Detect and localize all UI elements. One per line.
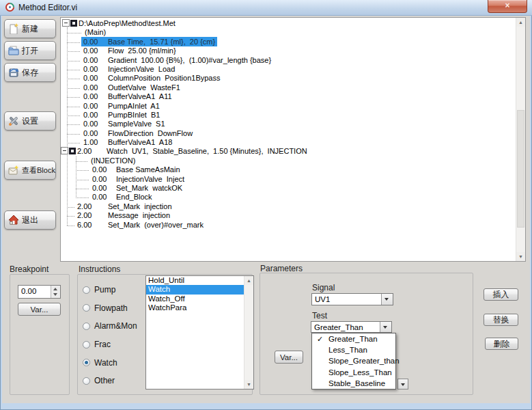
tree-row-text: Set_Mark watckOK	[116, 184, 182, 192]
tree-row[interactable]: D:\AutoPrep\Method\test.Met	[61, 19, 516, 28]
save-button-label: 保存	[22, 67, 38, 79]
tree-row[interactable]: 0.00FlowDirection DownFlow	[61, 129, 516, 138]
tree-row[interactable]: 2.00Message injection	[61, 211, 516, 220]
tree-row[interactable]: 0.00SampleValve S1	[61, 120, 516, 128]
new-button[interactable]: 新建	[4, 19, 56, 38]
radio-frac[interactable]: Frac	[83, 336, 137, 354]
radio-pump[interactable]: Pump	[83, 281, 137, 299]
radio-icon[interactable]	[83, 286, 90, 294]
breakpoint-label: Breakpoint	[10, 264, 48, 274]
collapse-icon[interactable]	[61, 147, 68, 154]
settings-button[interactable]: 设置	[4, 111, 56, 131]
radio-flowpath[interactable]: Flowpath	[83, 299, 137, 318]
tree-row-text: InjectionValve Load	[108, 65, 175, 73]
tree-row[interactable]: 0.00Set_Mark watckOK	[61, 184, 516, 193]
combo-arrow-icon[interactable]	[381, 294, 393, 305]
breakpoint-spinner[interactable]: 0.00	[18, 285, 61, 299]
tree-row-content: 0.00ColumnPosition Position1Bypass	[83, 74, 220, 82]
spinner-arrows[interactable]	[51, 286, 60, 298]
tree-row[interactable]: 0.00OutletValve WasteF1	[61, 83, 516, 92]
title-bar[interactable]: Method Editor.vi ×	[0, 0, 532, 16]
radio-icon[interactable]	[83, 377, 90, 385]
tree-row-content: 1.00BufferValveA1 A18	[83, 138, 172, 146]
signal-combobox[interactable]: UV1	[311, 293, 393, 305]
list-item[interactable]: WatchPara	[146, 303, 244, 312]
spin-up-icon[interactable]	[53, 288, 57, 290]
tree-row[interactable]: 0.00InjectionValve Inject	[61, 175, 516, 184]
view-block-button-label: 查看Block	[22, 165, 55, 176]
tree-row-text: PumpBInlet B1	[108, 111, 160, 119]
menu-item[interactable]: Stable_Baseline	[312, 378, 395, 389]
replace-button[interactable]: 替换	[484, 314, 518, 326]
tree-scrollbar[interactable]: ▲ ▼	[516, 18, 525, 261]
list-item[interactable]: Watch	[146, 285, 244, 294]
insert-button[interactable]: 插入	[484, 288, 518, 301]
menu-item[interactable]: Slope_Less_Than	[312, 367, 395, 378]
tree-row[interactable]: 0.00ColumnPosition Position1Bypass	[61, 74, 516, 83]
instruction-listbox[interactable]: Hold_UntilWatchWatch_OffWatchPara ▲ ▼	[145, 275, 254, 390]
test-label: Test	[312, 311, 327, 320]
open-button[interactable]: 打开	[4, 41, 56, 60]
tree-row[interactable]: 0.00Gradient 100.00 {B%}, (1.00)#var_len…	[61, 56, 516, 65]
close-button[interactable]: ×	[488, 0, 527, 13]
radio-icon[interactable]	[83, 323, 90, 330]
tree-row[interactable]: 0.00Base Time, 15.71 {ml}, 20 {cm}	[61, 38, 516, 46]
tree-row[interactable]: 0.00End_Block	[61, 193, 516, 202]
tree-row-text: BufferValveA1 A11	[108, 92, 172, 100]
menu-item[interactable]: Slope_Greater_than	[312, 355, 395, 366]
list-item[interactable]: Watch_Off	[146, 295, 244, 303]
method-tree[interactable]: D:\AutoPrep\Method\test.Met(Main)0.00Bas…	[60, 17, 526, 262]
tree-row[interactable]: 6.00Set_Mark (over)#over_mark	[61, 221, 516, 230]
radio-alarm-mon[interactable]: Alarm&Mon	[83, 317, 137, 336]
tree-row[interactable]: 2.00Set_Mark injection	[61, 202, 516, 211]
tree-row[interactable]: 0.00Flow 25.00 {ml/min}	[61, 46, 516, 55]
tree-row-text: OutletValve WasteF1	[108, 83, 180, 92]
listbox-scrollbar[interactable]: ▲ ▼	[244, 276, 253, 389]
tree-row[interactable]: 0.00InjectionValve Load	[61, 65, 516, 74]
scrollbar-thumb[interactable]	[517, 110, 524, 228]
exit-home-icon	[8, 215, 19, 226]
radio-icon[interactable]	[83, 341, 90, 348]
tree-row-text: Base SameAsMain	[116, 165, 180, 174]
exit-button[interactable]: 退出	[4, 210, 56, 230]
tree-row-text: End_Block	[116, 193, 152, 201]
radio-watch[interactable]: Watch	[83, 353, 137, 372]
menu-item[interactable]: Less_Than	[312, 344, 395, 355]
scroll-up-icon[interactable]: ▲	[244, 276, 253, 285]
spin-down-icon[interactable]	[53, 293, 57, 296]
combo-arrow-icon[interactable]	[380, 322, 391, 332]
view-block-button[interactable]: 查看Block	[4, 161, 56, 180]
tree-row-text: (INJECTION)	[91, 156, 135, 165]
tree-row-time: 0.00	[83, 38, 108, 46]
collapse-icon[interactable]	[62, 19, 70, 27]
tree-row[interactable]: 0.00PumpAInlet A1	[61, 102, 516, 111]
radio-icon[interactable]	[83, 359, 90, 366]
tree-row-content: 0.00PumpAInlet A1	[83, 102, 160, 110]
radio-icon[interactable]	[83, 304, 90, 312]
scroll-down-icon[interactable]: ▼	[244, 380, 253, 389]
parameters-var-button[interactable]: Var...	[275, 351, 303, 364]
tree-row-content: 0.00Set_Mark watckOK	[92, 184, 182, 192]
radio-other[interactable]: Other	[83, 372, 137, 390]
save-button[interactable]: 保存	[4, 63, 56, 82]
scroll-up-icon[interactable]: ▲	[516, 18, 525, 27]
list-item[interactable]: Hold_Until	[146, 276, 244, 285]
scroll-down-icon[interactable]: ▼	[516, 252, 525, 261]
tree-row[interactable]: 0.00PumpBInlet B1	[61, 111, 516, 120]
tree-row[interactable]: (Main)	[61, 28, 516, 37]
menu-item[interactable]: Greater_Than	[312, 333, 395, 344]
tree-row-text: Gradient 100.00 {B%}, (1.00)#var_length …	[108, 56, 271, 64]
tree-row[interactable]: 1.00BufferValveA1 A18	[61, 138, 516, 147]
test-combobox[interactable]: Greater_Than	[311, 321, 392, 333]
delete-button[interactable]: 删除	[485, 338, 518, 350]
tree-row-time: 1.00	[83, 138, 108, 147]
tree-row[interactable]: 0.00Base SameAsMain	[61, 165, 516, 174]
tree-row[interactable]: 0.00BufferValveA1 A11	[61, 92, 516, 101]
tree-row-content: (INJECTION)	[91, 156, 135, 165]
tree-row[interactable]: 2.00Watch UV1, Stable_Baseline, 1.50 {Mi…	[61, 147, 516, 156]
hidden-combo-arrow-icon[interactable]	[397, 379, 408, 390]
app-logo-icon	[5, 2, 15, 12]
breakpoint-var-button[interactable]: Var...	[18, 303, 61, 316]
tree-row[interactable]: (INJECTION)	[61, 156, 516, 165]
instruction-radio-group: PumpFlowpathAlarm&MonFracWatchOther	[83, 281, 137, 390]
